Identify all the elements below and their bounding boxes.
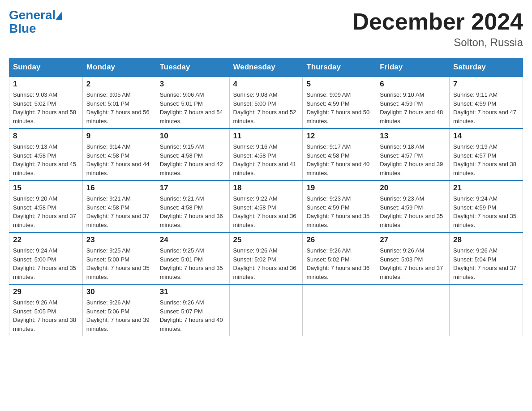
table-row: 15Sunrise: 9:20 AMSunset: 4:58 PMDayligh… (9, 180, 83, 232)
day-info: Sunrise: 9:21 AMSunset: 4:58 PMDaylight:… (160, 194, 226, 229)
day-number: 29 (13, 287, 79, 296)
day-number: 21 (453, 184, 519, 193)
calendar-week-row: 1Sunrise: 9:03 AMSunset: 5:02 PMDaylight… (9, 77, 523, 128)
table-row: 21Sunrise: 9:24 AMSunset: 4:59 PMDayligh… (450, 180, 523, 232)
calendar-table: Sunday Monday Tuesday Wednesday Thursday… (9, 58, 523, 336)
calendar-week-row: 22Sunrise: 9:24 AMSunset: 5:00 PMDayligh… (9, 232, 523, 284)
day-number: 17 (160, 184, 226, 193)
day-info: Sunrise: 9:15 AMSunset: 4:58 PMDaylight:… (160, 142, 226, 177)
day-info: Sunrise: 9:25 AMSunset: 5:01 PMDaylight:… (160, 246, 226, 281)
table-row: 31Sunrise: 9:26 AMSunset: 5:07 PMDayligh… (156, 284, 229, 336)
day-number: 31 (160, 287, 226, 296)
day-number: 9 (86, 132, 152, 141)
table-row (376, 284, 450, 336)
day-info: Sunrise: 9:26 AMSunset: 5:03 PMDaylight:… (380, 246, 446, 281)
day-info: Sunrise: 9:24 AMSunset: 4:59 PMDaylight:… (453, 194, 519, 229)
day-number: 2 (86, 80, 152, 89)
table-row: 4Sunrise: 9:08 AMSunset: 5:00 PMDaylight… (229, 77, 303, 128)
table-row (229, 284, 303, 336)
day-info: Sunrise: 9:21 AMSunset: 4:58 PMDaylight:… (86, 194, 152, 229)
day-info: Sunrise: 9:20 AMSunset: 4:58 PMDaylight:… (13, 194, 79, 229)
col-sunday: Sunday (9, 58, 83, 77)
day-info: Sunrise: 9:05 AMSunset: 5:01 PMDaylight:… (86, 90, 152, 125)
table-row: 8Sunrise: 9:13 AMSunset: 4:58 PMDaylight… (9, 128, 83, 180)
table-row: 26Sunrise: 9:26 AMSunset: 5:02 PMDayligh… (303, 232, 376, 284)
day-number: 1 (13, 80, 79, 89)
day-info: Sunrise: 9:18 AMSunset: 4:57 PMDaylight:… (380, 142, 446, 177)
day-info: Sunrise: 9:26 AMSunset: 5:06 PMDaylight:… (86, 298, 152, 333)
table-row: 23Sunrise: 9:25 AMSunset: 5:00 PMDayligh… (82, 232, 156, 284)
day-info: Sunrise: 9:26 AMSunset: 5:07 PMDaylight:… (160, 298, 226, 333)
table-row: 19Sunrise: 9:23 AMSunset: 4:59 PMDayligh… (303, 180, 376, 232)
col-tuesday: Tuesday (156, 58, 229, 77)
day-number: 4 (233, 80, 299, 89)
table-row: 2Sunrise: 9:05 AMSunset: 5:01 PMDaylight… (82, 77, 156, 128)
day-number: 26 (306, 235, 372, 244)
col-monday: Monday (82, 58, 156, 77)
calendar-week-row: 8Sunrise: 9:13 AMSunset: 4:58 PMDaylight… (9, 128, 523, 180)
table-row: 22Sunrise: 9:24 AMSunset: 5:00 PMDayligh… (9, 232, 83, 284)
day-info: Sunrise: 9:03 AMSunset: 5:02 PMDaylight:… (13, 90, 79, 125)
day-number: 30 (86, 287, 152, 296)
col-thursday: Thursday (303, 58, 376, 77)
table-row: 28Sunrise: 9:26 AMSunset: 5:04 PMDayligh… (450, 232, 523, 284)
day-number: 11 (233, 132, 299, 141)
day-number: 24 (160, 235, 226, 244)
day-number: 3 (160, 80, 226, 89)
logo-text-blue: Blue (9, 21, 36, 36)
table-row: 17Sunrise: 9:21 AMSunset: 4:58 PMDayligh… (156, 180, 229, 232)
table-row: 20Sunrise: 9:23 AMSunset: 4:59 PMDayligh… (376, 180, 450, 232)
table-row: 3Sunrise: 9:06 AMSunset: 5:01 PMDaylight… (156, 77, 229, 128)
day-number: 14 (453, 132, 519, 141)
day-info: Sunrise: 9:13 AMSunset: 4:58 PMDaylight:… (13, 142, 79, 177)
table-row: 7Sunrise: 9:11 AMSunset: 4:59 PMDaylight… (450, 77, 523, 128)
day-number: 27 (380, 235, 446, 244)
table-row: 24Sunrise: 9:25 AMSunset: 5:01 PMDayligh… (156, 232, 229, 284)
table-row: 12Sunrise: 9:17 AMSunset: 4:58 PMDayligh… (303, 128, 376, 180)
table-row: 18Sunrise: 9:22 AMSunset: 4:58 PMDayligh… (229, 180, 303, 232)
day-number: 8 (13, 132, 79, 141)
table-row: 16Sunrise: 9:21 AMSunset: 4:58 PMDayligh… (82, 180, 156, 232)
day-number: 19 (306, 184, 372, 193)
table-row (303, 284, 376, 336)
day-info: Sunrise: 9:22 AMSunset: 4:58 PMDaylight:… (233, 194, 299, 229)
logo: General Blue (9, 9, 63, 36)
day-info: Sunrise: 9:26 AMSunset: 5:02 PMDaylight:… (233, 246, 299, 281)
day-info: Sunrise: 9:08 AMSunset: 5:00 PMDaylight:… (233, 90, 299, 125)
day-number: 25 (233, 235, 299, 244)
day-info: Sunrise: 9:19 AMSunset: 4:57 PMDaylight:… (453, 142, 519, 177)
day-number: 7 (453, 80, 519, 89)
day-info: Sunrise: 9:14 AMSunset: 4:58 PMDaylight:… (86, 142, 152, 177)
table-row: 25Sunrise: 9:26 AMSunset: 5:02 PMDayligh… (229, 232, 303, 284)
day-number: 20 (380, 184, 446, 193)
day-info: Sunrise: 9:09 AMSunset: 4:59 PMDaylight:… (306, 90, 372, 125)
day-info: Sunrise: 9:24 AMSunset: 5:00 PMDaylight:… (13, 246, 79, 281)
day-info: Sunrise: 9:16 AMSunset: 4:58 PMDaylight:… (233, 142, 299, 177)
day-number: 12 (306, 132, 372, 141)
table-row: 5Sunrise: 9:09 AMSunset: 4:59 PMDaylight… (303, 77, 376, 128)
day-info: Sunrise: 9:25 AMSunset: 5:00 PMDaylight:… (86, 246, 152, 281)
calendar-title: December 2024 (352, 9, 523, 34)
day-info: Sunrise: 9:11 AMSunset: 4:59 PMDaylight:… (453, 90, 519, 125)
calendar-subtitle: Solton, Russia (352, 36, 523, 49)
day-number: 5 (306, 80, 372, 89)
table-row: 1Sunrise: 9:03 AMSunset: 5:02 PMDaylight… (9, 77, 83, 128)
table-row: 10Sunrise: 9:15 AMSunset: 4:58 PMDayligh… (156, 128, 229, 180)
day-number: 15 (13, 184, 79, 193)
table-row: 6Sunrise: 9:10 AMSunset: 4:59 PMDaylight… (376, 77, 450, 128)
table-row: 29Sunrise: 9:26 AMSunset: 5:05 PMDayligh… (9, 284, 83, 336)
table-row: 11Sunrise: 9:16 AMSunset: 4:58 PMDayligh… (229, 128, 303, 180)
page-header: General Blue December 2024 Solton, Russi… (9, 9, 523, 49)
table-row: 14Sunrise: 9:19 AMSunset: 4:57 PMDayligh… (450, 128, 523, 180)
day-number: 16 (86, 184, 152, 193)
day-info: Sunrise: 9:17 AMSunset: 4:58 PMDaylight:… (306, 142, 372, 177)
day-number: 6 (380, 80, 446, 89)
calendar-week-row: 15Sunrise: 9:20 AMSunset: 4:58 PMDayligh… (9, 180, 523, 232)
col-saturday: Saturday (450, 58, 523, 77)
day-number: 13 (380, 132, 446, 141)
table-row: 30Sunrise: 9:26 AMSunset: 5:06 PMDayligh… (82, 284, 156, 336)
day-number: 28 (453, 235, 519, 244)
table-row: 27Sunrise: 9:26 AMSunset: 5:03 PMDayligh… (376, 232, 450, 284)
day-info: Sunrise: 9:23 AMSunset: 4:59 PMDaylight:… (380, 194, 446, 229)
calendar-title-block: December 2024 Solton, Russia (352, 9, 523, 49)
